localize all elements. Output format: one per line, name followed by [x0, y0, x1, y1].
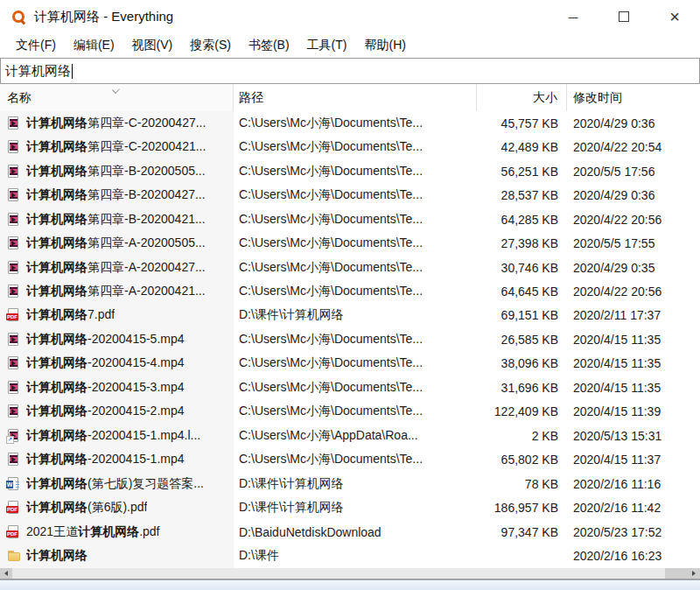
status-bar: [0, 579, 700, 590]
scroll-thumb[interactable]: [12, 568, 665, 579]
video-file-icon: [7, 116, 21, 130]
file-name: 计算机网络-20200415-3.mp4: [26, 380, 185, 396]
file-path: C:\Users\Mc小海\Documents\Te...: [234, 116, 477, 131]
video-file-icon: [7, 381, 21, 395]
scroll-left-icon: [4, 571, 8, 576]
file-size: 69,151 KB: [477, 308, 567, 322]
file-name-cell: PDF 计算机网络(第6版).pdf: [0, 500, 234, 516]
file-path: C:\Users\Mc小海\Documents\Te...: [234, 139, 477, 155]
file-size: 45,757 KB: [477, 116, 567, 130]
file-name-cell: 计算机网络第四章-C-20200421...: [0, 139, 234, 155]
table-row[interactable]: 计算机网络第四章-B-20200427... C:\Users\Mc小海\Doc…: [0, 183, 700, 207]
video-file-icon: [7, 165, 21, 179]
file-path: C:\Users\Mc小海\Documents\Te...: [234, 235, 477, 251]
table-row[interactable]: PDF 2021王道计算机网络.pdf D:\BaiduNetdiskDownl…: [0, 520, 700, 544]
file-name: 计算机网络-20200415-5.mp4: [26, 332, 185, 348]
video-file-icon: [7, 140, 21, 154]
file-modified: 2020/4/29 0:36: [567, 116, 700, 130]
everything-window: 计算机网络 - Everything ─ × 文件(F) 编辑(E) 视图(V)…: [0, 0, 700, 590]
table-row[interactable]: 计算机网络-20200415-1.mp4 C:\Users\Mc小海\Docum…: [0, 448, 700, 472]
file-path: C:\Users\Mc小海\Documents\Te...: [234, 452, 477, 467]
minimize-icon: ─: [569, 10, 578, 25]
search-input[interactable]: 计算机网络: [0, 58, 700, 84]
menu-item-file[interactable]: 文件(F): [7, 35, 65, 56]
table-row[interactable]: 计算机网络第四章-C-20200427... C:\Users\Mc小海\Doc…: [0, 111, 700, 135]
file-path: C:\Users\Mc小海\Documents\Te...: [234, 404, 477, 419]
file-name: 计算机网络第四章-C-20200421...: [26, 139, 206, 155]
file-name-cell: 计算机网络第四章-B-20200427...: [0, 187, 234, 203]
file-size: 65,802 KB: [477, 453, 567, 467]
menu-item-bookmarks[interactable]: 书签(B): [240, 35, 298, 56]
file-name: 计算机网络(第七版)复习题答案...: [26, 476, 204, 492]
close-button[interactable]: ×: [649, 0, 700, 33]
results-header: 名称 路径 大小 修改时间: [0, 84, 700, 111]
file-name: 计算机网络第四章-B-20200421...: [26, 212, 206, 228]
menu-item-search[interactable]: 搜索(S): [181, 35, 240, 56]
file-modified: 2020/2/16 11:42: [567, 501, 700, 515]
file-name: 计算机网络第四章-B-20200427...: [26, 187, 206, 203]
table-row[interactable]: ↗ 计算机网络-20200415-1.mp4.l... C:\Users\Mc小…: [0, 424, 700, 447]
file-size: 56,251 KB: [477, 165, 567, 179]
file-name: 计算机网络(第6版).pdf: [26, 500, 147, 516]
file-size: 2 KB: [477, 429, 567, 443]
file-size: 42,489 KB: [477, 140, 567, 154]
pdf-file-icon: PDF: [7, 501, 21, 515]
search-row: 计算机网络: [0, 58, 700, 84]
file-path: C:\Users\Mc小海\Documents\Te...: [234, 212, 477, 228]
menu-item-edit[interactable]: 编辑(E): [65, 35, 123, 56]
file-modified: 2020/4/29 0:35: [567, 261, 700, 275]
table-row[interactable]: 计算机网络第四章-A-20200421... C:\Users\Mc小海\Doc…: [0, 279, 700, 303]
table-row[interactable]: 计算机网络第四章-A-20200505... C:\Users\Mc小海\Doc…: [0, 231, 700, 255]
file-path: C:\Users\Mc小海\Documents\Te...: [234, 332, 477, 348]
file-name: 计算机网络7.pdf: [26, 307, 115, 323]
menu-item-view[interactable]: 视图(V): [123, 35, 182, 56]
table-row[interactable]: 计算机网络第四章-B-20200505... C:\Users\Mc小海\Doc…: [0, 159, 700, 183]
file-name: 计算机网络第四章-A-20200427...: [26, 260, 206, 276]
file-size: 28,537 KB: [477, 188, 567, 202]
table-row[interactable]: 计算机网络第四章-C-20200421... C:\Users\Mc小海\Doc…: [0, 135, 700, 158]
file-name: 计算机网络第四章-A-20200505...: [26, 235, 206, 251]
magnifier-app-icon: [12, 10, 26, 24]
file-size: 186,957 KB: [477, 501, 567, 515]
table-row[interactable]: 计算机网络-20200415-3.mp4 C:\Users\Mc小海\Docum…: [0, 376, 700, 399]
file-name-cell: PDF 2021王道计算机网络.pdf: [0, 524, 234, 540]
table-row[interactable]: PDF 计算机网络(第6版).pdf D:\课件\计算机网络 186,957 K…: [0, 496, 700, 520]
table-row[interactable]: 计算机网络-20200415-2.mp4 C:\Users\Mc小海\Docum…: [0, 400, 700, 424]
horizontal-scrollbar[interactable]: [0, 568, 700, 579]
video-file-icon: [7, 333, 21, 347]
column-header-size[interactable]: 大小: [477, 84, 567, 111]
file-size: 27,398 KB: [477, 236, 567, 250]
file-name-cell: 计算机网络第四章-C-20200427...: [0, 116, 234, 131]
file-name-cell: 计算机网络-20200415-5.mp4: [0, 332, 234, 348]
file-modified: 2020/4/15 11:35: [567, 381, 700, 395]
table-row[interactable]: 计算机网络第四章-B-20200421... C:\Users\Mc小海\Doc…: [0, 207, 700, 231]
file-path: C:\Users\Mc小海\Documents\Te...: [234, 164, 477, 179]
file-name-cell: 计算机网络第四章-A-20200427...: [0, 260, 234, 276]
minimize-button[interactable]: ─: [548, 0, 598, 33]
table-row[interactable]: 计算机网络-20200415-5.mp4 C:\Users\Mc小海\Docum…: [0, 327, 700, 351]
file-modified: 2020/5/5 17:56: [567, 165, 700, 179]
file-path: C:\Users\Mc小海\AppData\Roa...: [234, 428, 477, 444]
file-modified: 2020/5/23 17:52: [567, 525, 700, 539]
video-file-icon: [7, 404, 21, 418]
scroll-right-button[interactable]: [688, 568, 700, 579]
file-name-cell: 计算机网络: [0, 548, 234, 564]
file-name: 计算机网络第四章-A-20200421...: [26, 284, 206, 299]
table-row[interactable]: PDF 计算机网络7.pdf D:\课件\计算机网络 69,151 KB 202…: [0, 304, 700, 327]
maximize-button[interactable]: [598, 0, 649, 33]
scroll-left-button[interactable]: [0, 568, 12, 579]
table-row[interactable]: 计算机网络 D:\课件 2020/2/16 16:23: [0, 544, 700, 567]
table-row[interactable]: 计算机网络第四章-A-20200427... C:\Users\Mc小海\Doc…: [0, 256, 700, 279]
menu-item-help[interactable]: 帮助(H): [355, 35, 414, 56]
column-header-modified[interactable]: 修改时间: [567, 84, 700, 111]
file-size: 38,096 KB: [477, 356, 567, 370]
table-row[interactable]: 计算机网络-20200415-4.mp4 C:\Users\Mc小海\Docum…: [0, 352, 700, 376]
table-row[interactable]: W 计算机网络(第七版)复习题答案... D:\课件\计算机网络 78 KB 2…: [0, 472, 700, 495]
file-path: D:\BaiduNetdiskDownload: [234, 525, 477, 539]
menu-item-tools[interactable]: 工具(T): [298, 35, 356, 56]
maximize-icon: [619, 11, 629, 22]
column-header-path[interactable]: 路径: [234, 84, 477, 111]
pdf-file-icon: PDF: [7, 308, 21, 322]
file-name-cell: ↗ 计算机网络-20200415-1.mp4.l...: [0, 428, 234, 444]
video-shortcut-icon: ↗: [7, 429, 21, 443]
